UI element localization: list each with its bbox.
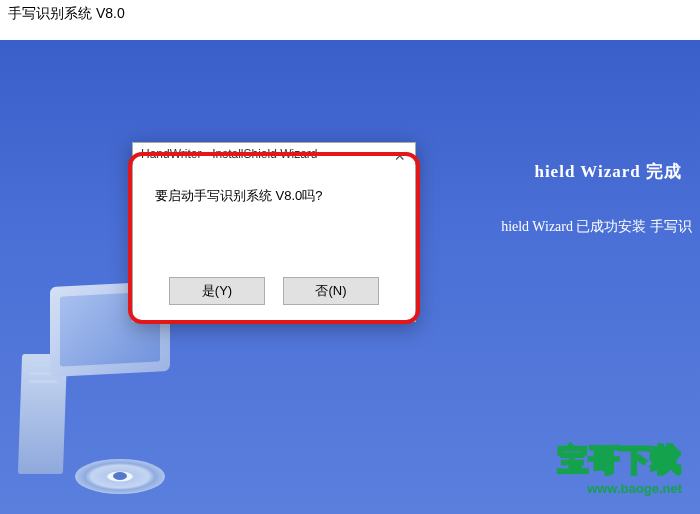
dialog-button-row: 是(Y) 否(N) <box>133 277 415 305</box>
wizard-installed-text: hield Wizard 已成功安装 手写识 <box>501 218 692 236</box>
close-icon[interactable]: × <box>394 146 405 167</box>
dialog-title: HandWriter - InstallShield Wizard <box>133 143 415 165</box>
watermark-brand: 宝哥下载 <box>558 440 682 481</box>
confirm-dialog: HandWriter - InstallShield Wizard × 要启动手… <box>132 142 416 322</box>
wizard-complete-heading: hield Wizard 完成 <box>534 160 682 183</box>
cd-icon <box>75 459 165 494</box>
watermark: 宝哥下载 www.baoge.net <box>558 440 682 496</box>
window-title-bar: 手写识别系统 V8.0 <box>0 0 700 30</box>
yes-button[interactable]: 是(Y) <box>169 277 265 305</box>
no-button[interactable]: 否(N) <box>283 277 379 305</box>
window-title: 手写识别系统 V8.0 <box>8 5 125 21</box>
dialog-message: 要启动手写识别系统 V8.0吗? <box>133 165 415 215</box>
watermark-url: www.baoge.net <box>558 481 682 496</box>
